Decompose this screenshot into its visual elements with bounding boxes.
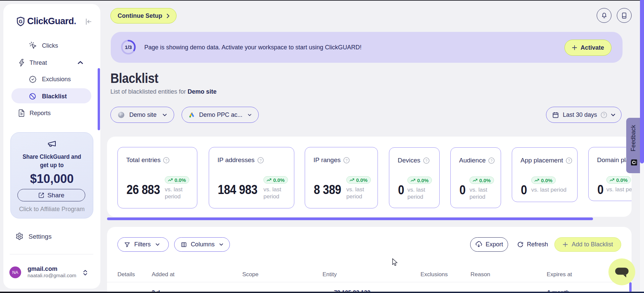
svg-text:?: ? bbox=[425, 158, 427, 162]
svg-text:1/3: 1/3 bbox=[125, 44, 132, 50]
svg-text:?: ? bbox=[568, 158, 570, 162]
svg-text:G: G bbox=[19, 19, 22, 24]
svg-text:?: ? bbox=[491, 158, 493, 162]
svg-text:?: ? bbox=[259, 158, 261, 162]
svg-text:?: ? bbox=[165, 158, 167, 162]
svg-text:?: ? bbox=[603, 113, 605, 117]
svg-text:?: ? bbox=[345, 158, 347, 162]
